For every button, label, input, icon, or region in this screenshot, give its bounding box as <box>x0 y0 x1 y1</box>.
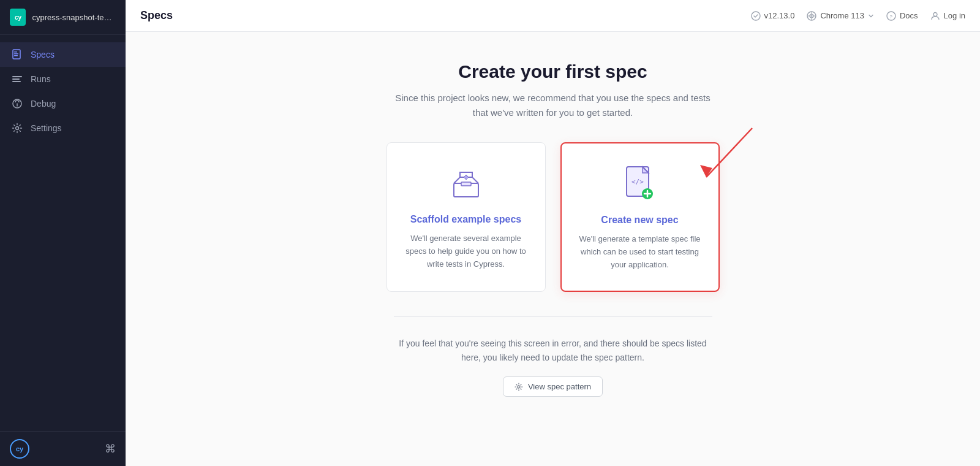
view-spec-pattern-button[interactable]: View spec pattern <box>503 376 603 397</box>
error-text: If you feel that you're seeing this scre… <box>394 337 712 364</box>
svg-point-11 <box>16 127 19 130</box>
main-content: Specs v12.13.0 <box>126 0 980 466</box>
page-subtitle: Since this project looks new, we recomme… <box>394 91 712 120</box>
login-button[interactable]: Log in <box>930 11 965 21</box>
svg-rect-21 <box>461 182 471 186</box>
view-spec-pattern-label: View spec pattern <box>528 382 591 391</box>
scaffold-card-title: Scaffold example specs <box>410 214 521 225</box>
browser-indicator[interactable]: Chrome 113 <box>807 11 874 21</box>
divider <box>394 316 712 317</box>
docs-label: Docs <box>900 11 918 20</box>
project-name: cypress-snapshot-testing <box>32 13 116 22</box>
chevron-down-icon <box>868 13 874 19</box>
svg-rect-8 <box>12 81 21 82</box>
version-label: v12.13.0 <box>764 11 795 20</box>
docs-icon: ? <box>886 11 896 21</box>
svg-point-31 <box>518 386 520 388</box>
login-icon <box>930 11 940 21</box>
gear-icon <box>514 383 523 391</box>
svg-rect-4 <box>14 53 18 55</box>
browser-label: Chrome 113 <box>820 11 864 20</box>
browser-icon <box>807 11 816 21</box>
svg-text:cy: cy <box>15 14 22 21</box>
keyboard-icon[interactable]: ⌘ <box>105 442 116 456</box>
svg-text:?: ? <box>889 13 892 19</box>
debug-icon <box>11 97 23 110</box>
svg-point-19 <box>933 12 937 16</box>
page-content: Create your first spec Since this projec… <box>126 32 980 466</box>
svg-rect-7 <box>12 78 20 80</box>
sidebar-header: cy cypress-snapshot-testing <box>0 0 126 35</box>
svg-text:</>: </> <box>631 178 644 186</box>
login-label: Log in <box>944 11 965 20</box>
svg-point-12 <box>752 12 760 20</box>
settings-icon <box>11 122 23 134</box>
runs-icon <box>11 73 23 85</box>
app-logo: cy <box>10 9 26 26</box>
sidebar-item-runs[interactable]: Runs <box>0 67 126 91</box>
topbar-right: v12.13.0 Chrome 113 <box>751 11 965 21</box>
svg-rect-6 <box>12 76 22 77</box>
create-new-icon: </> <box>620 166 660 205</box>
create-new-card-desc: We'll generate a template spec file whic… <box>576 233 704 271</box>
scaffold-icon <box>447 165 486 204</box>
scaffold-card-desc: We'll generate several example specs to … <box>402 232 530 270</box>
svg-rect-3 <box>14 52 17 53</box>
svg-marker-25 <box>700 165 712 177</box>
sidebar-item-debug[interactable]: Debug <box>0 91 126 116</box>
scaffold-card[interactable]: Scaffold example specs We'll generate se… <box>386 142 546 292</box>
sidebar-nav: Specs Runs Debug <box>0 35 126 431</box>
sidebar-item-specs[interactable]: Specs <box>0 42 126 67</box>
svg-line-24 <box>706 128 752 177</box>
sidebar: cy cypress-snapshot-testing Specs <box>0 0 126 466</box>
page-title: Create your first spec <box>458 61 647 82</box>
annotation-arrow <box>657 125 755 186</box>
topbar: Specs v12.13.0 <box>126 0 980 32</box>
specs-icon <box>11 48 23 61</box>
version-indicator: v12.13.0 <box>751 11 795 21</box>
sidebar-footer: cy ⌘ <box>0 431 126 466</box>
sidebar-item-settings[interactable]: Settings <box>0 116 126 140</box>
svg-rect-5 <box>14 55 18 56</box>
topbar-title: Specs <box>140 9 173 22</box>
sidebar-item-settings-label: Settings <box>31 123 62 133</box>
cy-badge[interactable]: cy <box>10 439 29 459</box>
sidebar-item-debug-label: Debug <box>31 99 56 109</box>
cards-row: Scaffold example specs We'll generate se… <box>386 142 720 292</box>
create-new-card-title: Create new spec <box>601 215 678 226</box>
docs-link[interactable]: ? Docs <box>886 11 918 21</box>
create-new-card[interactable]: </> Create new spec We'll generate a tem… <box>560 142 720 292</box>
sidebar-item-specs-label: Specs <box>31 50 55 59</box>
sidebar-item-runs-label: Runs <box>31 74 51 84</box>
version-icon <box>751 11 761 21</box>
